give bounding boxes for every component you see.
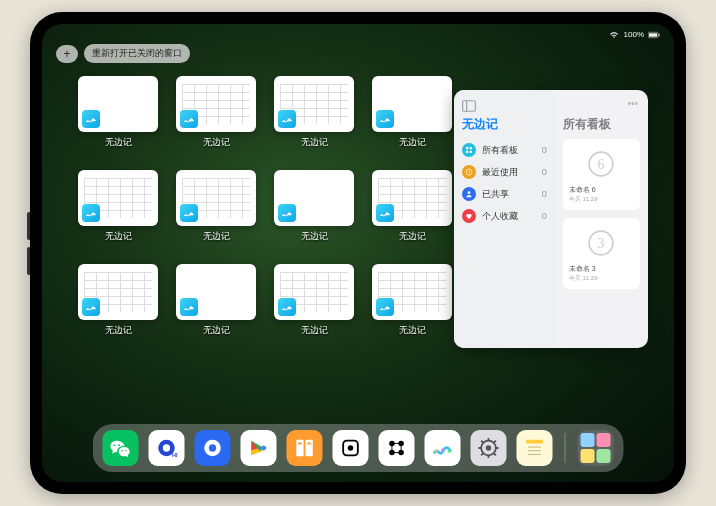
status-bar: 100% xyxy=(608,30,660,39)
wechat-app-icon[interactable] xyxy=(103,430,139,466)
sidebar-item-person[interactable]: 已共享 0 xyxy=(462,183,547,205)
window-thumbnail[interactable]: 无边记 xyxy=(174,264,258,348)
svg-rect-2 xyxy=(659,33,660,36)
app-library-icon[interactable] xyxy=(578,430,614,466)
dock: HD xyxy=(93,424,624,472)
window-preview xyxy=(78,264,158,320)
board-card[interactable]: 3 未命名 3 今天 11:29 xyxy=(563,218,640,289)
sidebar-item-label: 最近使用 xyxy=(482,166,518,179)
connect-app-icon[interactable] xyxy=(379,430,415,466)
window-preview xyxy=(372,264,452,320)
squares-icon xyxy=(462,143,476,157)
svg-point-46 xyxy=(468,191,471,194)
svg-point-14 xyxy=(388,121,389,122)
sidebar-item-count: 0 xyxy=(542,211,547,221)
top-controls: + 重新打开已关闭的窗口 xyxy=(56,44,190,63)
notes-app-icon[interactable] xyxy=(517,430,553,466)
window-label: 无边记 xyxy=(301,230,328,243)
more-icon[interactable]: ••• xyxy=(627,98,638,109)
sidebar-item-squares[interactable]: 所有看板 0 xyxy=(462,139,547,161)
dice-app-icon[interactable] xyxy=(333,430,369,466)
sidebar-item-count: 0 xyxy=(542,145,547,155)
svg-point-18 xyxy=(185,215,186,216)
freeform-app-icon xyxy=(180,298,198,316)
svg-point-3 xyxy=(87,121,88,122)
wifi-icon xyxy=(608,31,620,39)
window-label: 无边记 xyxy=(105,136,132,149)
panel-sidebar: 无边记 所有看板 0 最近使用 0 已共享 0 个人收藏 0 xyxy=(454,90,555,348)
svg-rect-39 xyxy=(463,101,476,112)
svg-point-26 xyxy=(388,215,389,216)
svg-rect-79 xyxy=(526,440,543,444)
freeform-app-icon[interactable] xyxy=(425,430,461,466)
play-app-icon[interactable] xyxy=(241,430,277,466)
svg-point-31 xyxy=(189,308,190,309)
battery-text: 100% xyxy=(624,30,644,39)
reopen-closed-window-button[interactable]: 重新打开已关闭的窗口 xyxy=(84,44,190,63)
sidebar-toggle-icon[interactable] xyxy=(462,98,476,116)
svg-point-70 xyxy=(486,445,492,451)
hardware-button xyxy=(27,212,30,240)
board-preview: 6 xyxy=(569,145,634,183)
window-preview xyxy=(176,264,256,320)
svg-text:HD: HD xyxy=(172,452,178,458)
quark-app-icon[interactable] xyxy=(195,430,231,466)
window-thumbnail[interactable]: 无边记 xyxy=(76,264,160,348)
board-name: 未命名 3 xyxy=(569,264,634,274)
window-preview xyxy=(78,76,158,132)
window-preview xyxy=(372,76,452,132)
svg-point-12 xyxy=(381,121,382,122)
svg-rect-58 xyxy=(298,443,302,445)
freeform-app-icon xyxy=(376,204,394,222)
window-thumbnail[interactable]: 无边记 xyxy=(76,76,160,160)
svg-point-61 xyxy=(348,445,354,451)
svg-point-25 xyxy=(385,214,386,215)
svg-point-32 xyxy=(192,309,193,310)
window-label: 无边记 xyxy=(203,324,230,337)
window-thumbnail[interactable]: 无边记 xyxy=(272,76,356,160)
panel-content: 所有看板 6 未命名 6 今天 11:29 3 未命名 3 今天 11:29 xyxy=(555,90,648,348)
freeform-app-icon xyxy=(180,204,198,222)
window-thumbnail[interactable]: 无边记 xyxy=(272,170,356,254)
books-app-icon[interactable] xyxy=(287,430,323,466)
freeform-app-icon xyxy=(82,110,100,128)
panel-right-title: 所有看板 xyxy=(563,116,640,133)
sidebar-item-label: 所有看板 xyxy=(482,144,518,157)
window-preview xyxy=(372,170,452,226)
window-thumbnail[interactable]: 无边记 xyxy=(370,170,454,254)
new-window-button[interactable]: + xyxy=(56,45,78,63)
svg-rect-43 xyxy=(466,151,468,153)
svg-point-37 xyxy=(385,308,386,309)
settings-app-icon[interactable] xyxy=(471,430,507,466)
svg-rect-57 xyxy=(305,440,312,457)
svg-point-15 xyxy=(87,215,88,216)
quark-hd-app-icon[interactable]: HD xyxy=(149,430,185,466)
svg-point-29 xyxy=(94,309,95,310)
svg-point-34 xyxy=(287,308,288,309)
sidebar-item-label: 已共享 xyxy=(482,188,509,201)
svg-rect-44 xyxy=(470,151,472,153)
svg-point-17 xyxy=(94,215,95,216)
window-preview xyxy=(78,170,158,226)
window-preview xyxy=(274,264,354,320)
svg-text:6: 6 xyxy=(598,157,605,172)
window-thumbnail[interactable]: 无边记 xyxy=(76,170,160,254)
svg-point-8 xyxy=(192,121,193,122)
freeform-panel[interactable]: ••• 无边记 所有看板 0 最近使用 0 已共享 0 个人收藏 0 所有看板 xyxy=(454,90,648,348)
sidebar-item-count: 0 xyxy=(542,167,547,177)
board-card[interactable]: 6 未命名 6 今天 11:29 xyxy=(563,139,640,210)
window-label: 无边记 xyxy=(105,230,132,243)
window-thumbnail[interactable]: 无边记 xyxy=(272,264,356,348)
window-thumbnail[interactable]: 无边记 xyxy=(370,76,454,160)
heart-icon xyxy=(462,209,476,223)
board-name: 未命名 6 xyxy=(569,185,634,195)
window-thumbnail[interactable]: 无边记 xyxy=(174,170,258,254)
freeform-app-icon xyxy=(82,204,100,222)
window-thumbnail[interactable]: 无边记 xyxy=(174,76,258,160)
svg-point-16 xyxy=(91,214,92,215)
svg-point-38 xyxy=(388,309,389,310)
sidebar-item-clock[interactable]: 最近使用 0 xyxy=(462,161,547,183)
svg-point-27 xyxy=(87,309,88,310)
window-thumbnail[interactable]: 无边记 xyxy=(370,264,454,348)
sidebar-item-heart[interactable]: 个人收藏 0 xyxy=(462,205,547,227)
